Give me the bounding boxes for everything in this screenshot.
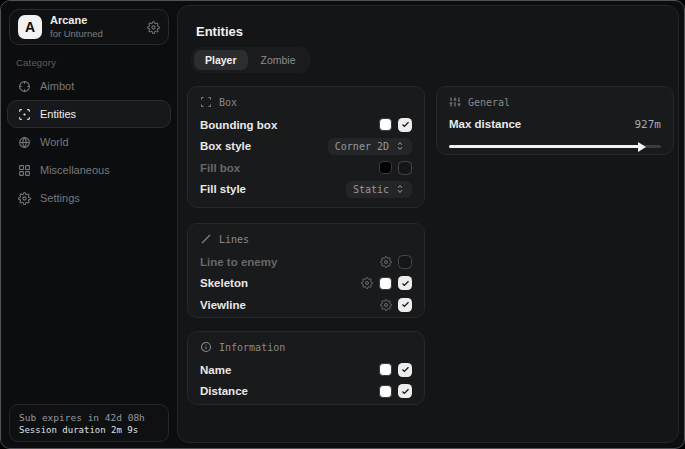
grid-icon: [18, 164, 31, 177]
name-row: Name: [200, 359, 412, 381]
slider-thumb[interactable]: [638, 142, 646, 152]
sliders-icon: [449, 96, 461, 108]
scan-corners-icon: [200, 96, 212, 108]
tab-zombie[interactable]: Zombie: [250, 50, 307, 70]
skeleton-row: Skeleton: [200, 273, 412, 295]
category-label: Category: [16, 57, 56, 68]
fill-style-value: Static: [353, 184, 389, 195]
distance-label: Distance: [200, 385, 248, 397]
app-tagline: for Unturned: [50, 28, 103, 39]
app-name: Arcane: [50, 14, 103, 28]
lines-panel-header: Lines: [200, 233, 412, 245]
distance-row: Distance: [200, 381, 412, 403]
diagonal-line-icon: [200, 233, 212, 245]
bounding-box-row: Bounding box: [200, 114, 412, 136]
chevrons-up-down-icon: [395, 141, 405, 151]
box-style-label: Box style: [200, 140, 251, 152]
general-panel: General Max distance 927m: [436, 86, 674, 155]
viewline-row: Viewline: [200, 294, 412, 316]
sidebar-item-settings[interactable]: Settings: [7, 184, 171, 212]
skeleton-settings-gear-icon[interactable]: [361, 277, 373, 289]
subscription-status-card: Sub expires in 42d 08h Session duration …: [9, 404, 169, 442]
sidebar-item-world[interactable]: World: [7, 128, 171, 156]
line-to-enemy-label: Line to enemy: [200, 256, 277, 268]
crosshair-icon: [18, 80, 31, 93]
skeleton-label: Skeleton: [200, 277, 248, 289]
bounding-box-color-swatch[interactable]: [379, 118, 392, 131]
tab-player[interactable]: Player: [194, 50, 248, 70]
globe-icon: [18, 136, 31, 149]
skeleton-color-swatch[interactable]: [379, 277, 392, 290]
name-color-swatch[interactable]: [379, 363, 392, 376]
box-panel-header: Box: [200, 96, 412, 108]
sidebar: A Arcane for Unturned Category Aimbot: [1, 1, 177, 448]
max-distance-slider[interactable]: [449, 141, 661, 151]
app-header-text: Arcane for Unturned: [50, 14, 103, 39]
fill-box-checkbox[interactable]: [398, 161, 412, 175]
name-label: Name: [200, 364, 231, 376]
line-to-enemy-row: Line to enemy: [200, 251, 412, 273]
sidebar-item-label: World: [40, 136, 69, 148]
sidebar-item-entities[interactable]: Entities: [7, 100, 171, 128]
box-style-row: Box style Corner 2D: [200, 136, 412, 158]
fill-style-select[interactable]: Static: [346, 181, 412, 198]
lines-panel-title: Lines: [219, 234, 249, 245]
fill-box-label: Fill box: [200, 162, 240, 174]
line-to-enemy-settings-gear-icon[interactable]: [380, 256, 392, 268]
app-logo: A: [18, 15, 42, 39]
sidebar-item-label: Aimbot: [40, 80, 74, 92]
information-panel-title: Information: [219, 342, 285, 353]
page-title: Entities: [196, 24, 243, 39]
gear-icon: [18, 192, 31, 205]
general-panel-header: General: [449, 96, 661, 108]
info-icon: [200, 341, 212, 353]
information-panel-header: Information: [200, 341, 412, 353]
bounding-box-checkbox[interactable]: [398, 118, 412, 132]
main-content: Entities Player Zombie Box Bounding box: [177, 5, 679, 443]
viewline-checkbox[interactable]: [398, 298, 412, 312]
name-checkbox[interactable]: [398, 363, 412, 377]
bounding-box-label: Bounding box: [200, 119, 277, 131]
sidebar-item-label: Entities: [40, 108, 76, 120]
sub-expiry-text: Sub expires in 42d 08h: [19, 412, 159, 423]
max-distance-row: Max distance 927m: [449, 114, 661, 134]
max-distance-label: Max distance: [449, 118, 521, 130]
sidebar-item-miscellaneous[interactable]: Miscellaneous: [7, 156, 171, 184]
viewline-settings-gear-icon[interactable]: [380, 299, 392, 311]
distance-checkbox[interactable]: [398, 384, 412, 398]
app-header-card: A Arcane for Unturned: [9, 9, 169, 45]
sidebar-nav: Aimbot Entities World Miscellaneous: [7, 72, 171, 212]
lines-panel: Lines Line to enemy Skeleton Viewline: [187, 223, 425, 318]
skeleton-checkbox[interactable]: [398, 276, 412, 290]
max-distance-fill: [449, 145, 640, 148]
sidebar-item-aimbot[interactable]: Aimbot: [7, 72, 171, 100]
fill-style-row: Fill style Static: [200, 179, 412, 201]
header-gear-icon[interactable]: [147, 21, 160, 34]
fill-box-color-swatch[interactable]: [379, 161, 392, 174]
entity-tabs: Player Zombie: [191, 47, 310, 73]
box-style-value: Corner 2D: [335, 141, 389, 152]
fill-box-row: Fill box: [200, 157, 412, 179]
fill-style-label: Fill style: [200, 183, 246, 195]
box-panel: Box Bounding box Box style Corner 2D Fil…: [187, 86, 425, 208]
chevrons-up-down-icon: [395, 184, 405, 194]
viewline-label: Viewline: [200, 299, 246, 311]
box-panel-title: Box: [219, 97, 237, 108]
max-distance-value: 927m: [635, 118, 662, 131]
line-to-enemy-checkbox[interactable]: [398, 255, 412, 269]
sidebar-item-label: Miscellaneous: [40, 164, 110, 176]
box-style-select[interactable]: Corner 2D: [328, 138, 412, 155]
information-panel: Information Name Distance: [187, 331, 425, 405]
sidebar-item-label: Settings: [40, 192, 80, 204]
scan-icon: [18, 108, 31, 121]
arcane-window: A Arcane for Unturned Category Aimbot: [0, 0, 685, 449]
session-duration-text: Session duration 2m 9s: [19, 425, 159, 435]
general-panel-title: General: [468, 97, 510, 108]
distance-color-swatch[interactable]: [379, 385, 392, 398]
